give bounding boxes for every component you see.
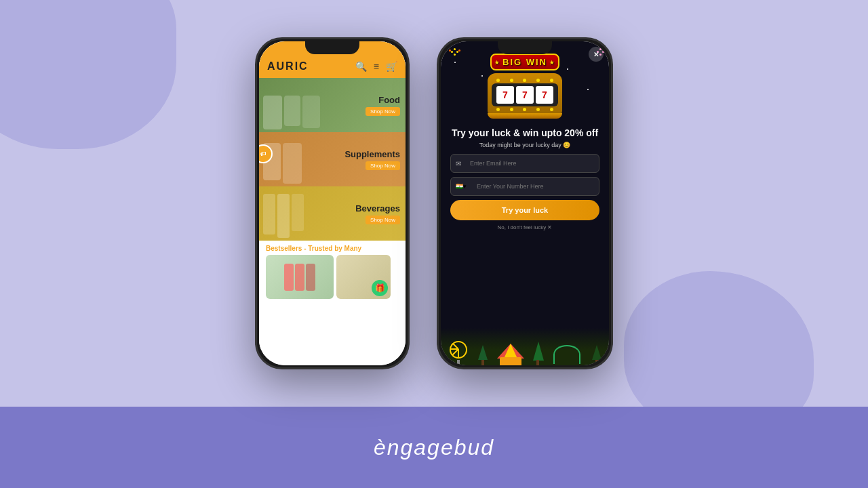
phone-input[interactable] [450,177,599,196]
ferris-wheel [448,341,469,364]
slot-light-b4 [536,108,540,111]
search-icon[interactable]: 🔍 [355,61,367,72]
menu-icon[interactable]: ≡ [374,61,379,72]
bestseller-item-2[interactable]: 🎁 [336,255,391,299]
food-products [263,96,320,129]
slot-base [488,113,562,119]
supplements-banner[interactable]: 🏷 Supplements Shop Now [259,132,406,186]
bestsellers-title: Bestsellers - Trusted by Many [266,245,399,252]
star-5 [567,68,568,70]
popup-headline: Try your luck & win upto 20% off [450,127,599,139]
flag-icon: 🇮🇳▾ [456,183,467,190]
star-1 [454,62,456,63]
slot-light-b1 [496,108,500,111]
no-thanks-link[interactable]: No, I don't feel lucky ✕ [450,224,599,230]
supp-banner-text: Supplements Shop Now [344,149,400,170]
supp-title: Supplements [344,149,400,159]
slot-light-b2 [510,108,513,111]
big-win-sign: BIG WIN [490,54,559,70]
email-input-wrap: ✉ [450,154,599,173]
email-icon: ✉ [456,160,461,167]
phones-area: AURIC 🔍 ≡ 🛒 Food [0,0,868,407]
food-title: Food [366,95,400,105]
slot-light-b5 [550,108,553,111]
tree-1 [478,345,488,365]
food-banner-text: Food Shop Now [366,95,400,116]
supp-shop-btn[interactable]: Shop Now [366,161,400,170]
footer-logo: èngagebud [374,435,494,460]
slot-reel-3: 7 [536,86,553,104]
email-input[interactable] [450,154,599,173]
bev-banner-text: Beverages Shop Now [355,203,400,224]
phone-input-wrap: 🇮🇳▾ [450,177,599,196]
phone-screen-right: ✕ BIG WIN 7 7 [441,41,609,365]
right-phone: ✕ BIG WIN 7 7 [437,37,613,369]
slot-lights-bottom [492,108,558,111]
slot-reel-1: 7 [496,86,514,104]
tree-3 [592,345,601,365]
carnival-bottom [441,328,609,365]
slot-reel-2: 7 [516,86,534,104]
circus-tent [497,344,524,365]
phone-screen-left: AURIC 🔍 ≡ 🛒 Food [259,41,406,365]
slot-machine-body: 7 7 7 [488,73,562,119]
auric-screen: AURIC 🔍 ≡ 🛒 Food [259,41,406,365]
food-shop-btn[interactable]: Shop Now [366,107,400,116]
phone-notch-right [498,39,552,54]
food-banner[interactable]: Food Shop Now [259,78,406,132]
roller-coaster [552,344,583,364]
close-button[interactable]: ✕ [589,47,604,62]
phone-notch-left [305,39,359,54]
cart-icon[interactable]: 🛒 [386,61,397,72]
bestseller-item-1[interactable] [266,255,334,299]
slot-light-3 [523,79,526,82]
slot-light-4 [536,79,540,82]
star-2 [481,75,483,77]
bev-shop-btn[interactable]: Shop Now [366,216,400,224]
auric-logo: AURIC [267,60,309,73]
star-4 [587,89,589,90]
bestsellers-grid: 🎁 [266,255,399,299]
popup-subtext: Today might be your lucky day 😊 [450,142,599,148]
slot-light-1 [496,79,500,82]
popup-content: Try your luck & win upto 20% off Today m… [441,123,609,235]
footer-bar: èngagebud [0,407,868,488]
left-phone: AURIC 🔍 ≡ 🛒 Food [255,37,410,369]
bestsellers-section: Bestsellers - Trusted by Many [259,241,406,302]
lucky-screen: ✕ BIG WIN 7 7 [441,41,609,365]
try-luck-button[interactable]: Try your luck [450,200,599,220]
tree-2 [533,342,542,365]
slot-lights-top [492,79,558,82]
beverages-banner[interactable]: Beverages Shop Now [259,186,406,241]
footer-logo-text: èngagebud [374,435,494,460]
carnival-scene [441,331,609,365]
slot-reels: 7 7 7 [492,83,558,106]
bev-title: Beverages [355,203,400,214]
gift-button[interactable]: 🎁 [372,280,388,296]
slot-light-2 [510,79,513,82]
bev-products [263,194,304,238]
slot-light-b3 [523,108,526,111]
slot-light-5 [550,79,553,82]
auric-header-icons: 🔍 ≡ 🛒 [355,61,397,72]
